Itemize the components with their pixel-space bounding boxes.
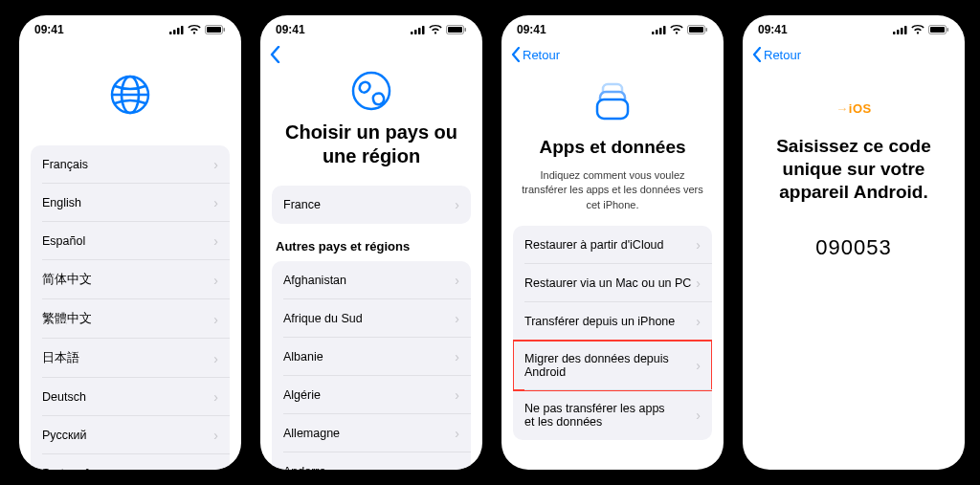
move-to-ios-logo: →iOS bbox=[754, 67, 953, 135]
list-item-label: English bbox=[42, 196, 81, 209]
svg-rect-33 bbox=[930, 27, 945, 33]
list-item[interactable]: Albanie› bbox=[272, 338, 471, 376]
list-item-label: Algérie bbox=[283, 388, 321, 402]
svg-rect-24 bbox=[706, 28, 708, 32]
svg-rect-21 bbox=[663, 26, 666, 34]
phone-screen-country: 09:41 Choisir un pays ou une région Fran… bbox=[260, 15, 482, 470]
transfer-options-list: Restaurer à partir d'iCloud› Restaurer v… bbox=[513, 226, 712, 440]
content: →iOS Saisissez ce code unique sur votre … bbox=[743, 67, 965, 470]
chevron-right-icon: › bbox=[213, 312, 218, 327]
status-time: 09:41 bbox=[34, 23, 64, 36]
list-item[interactable]: Français› bbox=[31, 145, 230, 184]
list-item[interactable]: France› bbox=[272, 186, 471, 224]
list-item[interactable]: Ne pas transférer les apps et les donnée… bbox=[513, 390, 712, 440]
svg-rect-30 bbox=[901, 28, 903, 34]
list-item[interactable]: Transférer depuis un iPhone› bbox=[513, 302, 712, 341]
list-item-label: Albanie bbox=[283, 350, 323, 364]
list-item-label: Afghanistan bbox=[283, 274, 346, 287]
phone-screen-apps-data: 09:41 Retour Apps et données Indiquez co… bbox=[501, 15, 724, 470]
svg-rect-11 bbox=[414, 30, 417, 34]
svg-rect-0 bbox=[169, 32, 172, 34]
country-list: Afghanistan› Afrique du Sud› Albanie› Al… bbox=[272, 261, 471, 470]
signal-icon bbox=[652, 25, 666, 34]
svg-rect-18 bbox=[652, 32, 655, 34]
list-item-label: Allemagne bbox=[283, 427, 340, 440]
content: Français› English› Español› 简体中文› 繁體中文› … bbox=[19, 40, 241, 470]
chevron-right-icon: › bbox=[213, 428, 218, 443]
list-item[interactable]: Português› bbox=[31, 454, 230, 470]
svg-rect-16 bbox=[465, 28, 467, 32]
list-item[interactable]: Restaurer via un Mac ou un PC› bbox=[513, 264, 712, 302]
battery-icon bbox=[687, 25, 708, 34]
svg-rect-12 bbox=[418, 28, 421, 34]
chevron-right-icon: › bbox=[455, 426, 459, 441]
chevron-right-icon: › bbox=[213, 273, 218, 288]
list-item[interactable]: Allemagne› bbox=[272, 414, 471, 452]
back-label: Retour bbox=[764, 49, 801, 61]
list-item[interactable]: Algérie› bbox=[272, 376, 471, 414]
svg-rect-13 bbox=[422, 26, 425, 34]
section-header: Autres pays et régions bbox=[272, 224, 471, 261]
phone-screen-code: 09:41 Retour →iOS Saisissez ce code uniq… bbox=[743, 15, 965, 470]
page-subtitle: Indiquez comment vous voulez transférer … bbox=[513, 168, 712, 226]
list-item[interactable]: Español› bbox=[31, 222, 230, 260]
list-item[interactable]: Restaurer à partir d'iCloud› bbox=[513, 226, 712, 264]
chevron-right-icon: › bbox=[455, 387, 459, 403]
chevron-right-icon: › bbox=[696, 276, 701, 291]
status-icons bbox=[169, 25, 226, 34]
ios-logo-text: iOS bbox=[849, 101, 872, 116]
status-time: 09:41 bbox=[276, 23, 305, 36]
signal-icon bbox=[411, 25, 425, 34]
svg-rect-6 bbox=[224, 28, 226, 32]
page-title: Saisissez ce code unique sur votre appar… bbox=[754, 135, 953, 203]
list-item-label: 日本語 bbox=[42, 350, 79, 366]
apps-stack-icon bbox=[589, 77, 636, 124]
list-item[interactable]: Afrique du Sud› bbox=[272, 299, 471, 338]
wifi-icon bbox=[911, 25, 924, 34]
battery-icon bbox=[205, 25, 226, 34]
back-button[interactable]: Retour bbox=[752, 47, 801, 62]
svg-rect-2 bbox=[177, 28, 180, 34]
list-item[interactable]: Русский› bbox=[31, 416, 230, 454]
status-bar: 09:41 bbox=[260, 15, 482, 40]
list-item-label: Ne pas transférer les apps et les donnée… bbox=[524, 402, 678, 429]
svg-rect-29 bbox=[897, 30, 900, 34]
svg-rect-31 bbox=[904, 26, 907, 34]
list-item[interactable]: 简体中文› bbox=[31, 260, 230, 299]
back-button[interactable]: Retour bbox=[511, 47, 560, 62]
list-item[interactable]: 繁體中文› bbox=[31, 299, 230, 339]
chevron-right-icon: › bbox=[213, 233, 218, 249]
status-icons bbox=[411, 25, 467, 34]
content: Choisir un pays ou une région France› Au… bbox=[260, 67, 482, 470]
status-bar: 09:41 bbox=[743, 15, 965, 40]
status-icons bbox=[652, 25, 708, 34]
chevron-right-icon: › bbox=[696, 237, 701, 253]
list-item-label: Français bbox=[42, 158, 88, 171]
hero-icon bbox=[31, 40, 230, 145]
list-item[interactable]: Afghanistan› bbox=[272, 261, 471, 299]
chevron-right-icon: › bbox=[213, 157, 218, 172]
list-item[interactable]: Andorre› bbox=[272, 452, 471, 470]
language-list: Français› English› Español› 简体中文› 繁體中文› … bbox=[31, 145, 230, 470]
pairing-code: 090053 bbox=[754, 203, 953, 293]
back-button[interactable] bbox=[270, 46, 280, 63]
list-item-label: Transférer depuis un iPhone bbox=[524, 315, 675, 328]
list-item-label: Restaurer via un Mac ou un PC bbox=[524, 276, 691, 290]
page-title: Apps et données bbox=[513, 136, 712, 168]
phone-screen-language: 09:41 Français› English› Español› 简体中文› … bbox=[19, 15, 241, 470]
list-item[interactable]: 日本語› bbox=[31, 339, 230, 378]
status-bar: 09:41 bbox=[19, 15, 241, 40]
chevron-right-icon: › bbox=[213, 351, 218, 366]
signal-icon bbox=[169, 25, 184, 34]
status-time: 09:41 bbox=[517, 23, 546, 36]
svg-point-17 bbox=[353, 73, 390, 109]
svg-rect-34 bbox=[947, 28, 949, 32]
list-item[interactable]: English› bbox=[31, 184, 230, 222]
list-item[interactable]: Deutsch› bbox=[31, 378, 230, 416]
svg-rect-10 bbox=[411, 32, 413, 34]
wifi-icon bbox=[670, 25, 683, 34]
list-item-migrate-android[interactable]: Migrer des données depuis Android› bbox=[513, 341, 712, 390]
list-item-label: Português bbox=[42, 467, 97, 470]
chevron-right-icon: › bbox=[213, 195, 218, 210]
content: Apps et données Indiquez comment vous vo… bbox=[501, 67, 724, 470]
